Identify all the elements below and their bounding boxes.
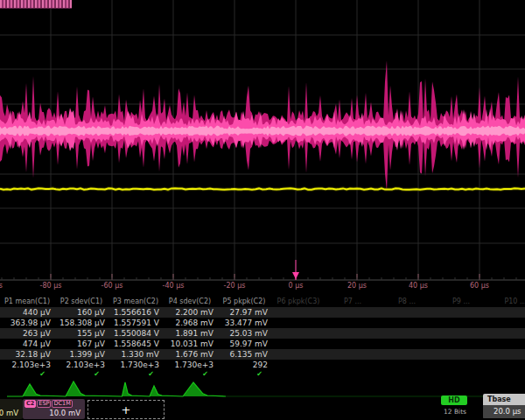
plus-icon: + <box>122 404 131 416</box>
measurement-value-cell: 1.730e+3 <box>108 360 163 370</box>
measurement-value-cell <box>326 328 380 339</box>
time-axis-tick-label: 0 µs <box>289 282 304 290</box>
measurement-value-cell: 59.97 mV <box>217 339 271 349</box>
measurement-value: 32.18 µV1.399 µV1.330 mV1.676 mV6.135 mV <box>0 349 525 360</box>
measurement-value-cell <box>488 360 525 370</box>
measurement-value: 440 µV160 µV1.556616 V2.200 mV27.97 mV <box>0 307 525 318</box>
measurement-header-cell[interactable]: P7 ... <box>326 296 380 307</box>
measurement-value-cell: 158.308 µV <box>54 318 108 328</box>
measurement-value-cell <box>271 360 326 370</box>
c1-scale-value: 10.0 mV <box>0 408 21 418</box>
measurement-value-cell <box>434 328 488 339</box>
measurement-value-cell <box>380 339 434 349</box>
measurement-value-cell <box>326 339 380 349</box>
measurement-value-cell: 1.730e+3 <box>163 360 217 370</box>
measurement-value-cell <box>434 360 488 370</box>
measurement-value-cell: 474 µV <box>0 339 54 349</box>
measurement-value-cell: 263 µV <box>0 328 54 339</box>
trace-label-badge <box>0 0 72 9</box>
measurement-status-cell: ✔ <box>54 370 108 379</box>
measurement-header-cell[interactable]: P4 sdev(C2) <box>163 296 217 307</box>
measurement-header-cell[interactable]: P1 mean(C1) <box>0 296 54 307</box>
measurement-value-cell: 2.103e+3 <box>54 360 108 370</box>
measurement-value-cell: 2.103e+3 <box>0 360 54 370</box>
measurement-status-cell <box>488 370 525 379</box>
measurement-value-cell: 155 µV <box>54 328 108 339</box>
measurement-value-cell <box>380 318 434 328</box>
measurement-value-cell <box>380 349 434 360</box>
measurement-value-cell: 6.135 mV <box>217 349 271 360</box>
measurement-value-cell: 160 µV <box>54 307 108 318</box>
channel-descriptor-c2[interactable]: C2 ESP DC1M 10.0 mV <box>23 399 85 419</box>
measurement-header-cell[interactable]: P3 mean(C2) <box>108 296 163 307</box>
measurement-value: 263 µV155 µV1.550084 V1.891 mV25.03 mV <box>0 328 525 339</box>
measurement-value-cell <box>271 307 326 318</box>
measurement-header-cell[interactable]: P2 sdev(C1) <box>54 296 108 307</box>
measurement-value-cell <box>271 339 326 349</box>
measurement-header: P1 mean(C1)P2 sdev(C1)P3 mean(C2)P4 sdev… <box>0 296 525 307</box>
measurement-value-cell <box>488 318 525 328</box>
add-trace-button[interactable]: + <box>88 400 164 419</box>
measurement-value-cell <box>380 328 434 339</box>
measurement-value-cell: 27.97 mV <box>217 307 271 318</box>
measurement-value-cell: 1.558645 V <box>108 339 163 349</box>
measurement-status-cell <box>434 370 488 379</box>
waveform-plot <box>0 0 525 292</box>
measurement-value-cell <box>380 360 434 370</box>
measurement-header-cell[interactable]: P8 ... <box>380 296 434 307</box>
measurement-status-cell <box>380 370 434 379</box>
time-axis-tick-label: -100 µs <box>0 282 3 290</box>
measurement-value-cell <box>434 339 488 349</box>
hd-mode-badge[interactable]: HD <box>441 396 467 405</box>
c2-label: C2 <box>24 400 36 408</box>
measurement-value-cell <box>326 349 380 360</box>
measurement-value-cell: 2.200 mV <box>163 307 217 318</box>
channel-descriptor-c1[interactable]: DC1M 10.0 mV <box>0 399 23 419</box>
c2-coupling-badge: DC1M <box>52 400 72 408</box>
measurement-status-cell <box>271 370 326 379</box>
measurement-header-cell[interactable]: P9 ... <box>434 296 488 307</box>
measurement-status-cell: ✔ <box>0 370 54 379</box>
hd-bits-label: 12 Bits <box>439 408 471 416</box>
measurement-value-cell <box>326 360 380 370</box>
time-axis-labels: -100 µs-80 µs-60 µs-40 µs-20 µs0 µs20 µs… <box>0 282 525 293</box>
timebase-title: Tbase <box>483 394 525 405</box>
measurement-status: ✔✔✔✔✔ <box>0 370 525 379</box>
time-axis-tick-label: -80 µs <box>40 282 62 290</box>
measurement-value-cell: 363.98 µV <box>0 318 54 328</box>
measurement-status-cell: ✔ <box>217 370 271 379</box>
measurement-value-cell <box>488 328 525 339</box>
measurement-value-cell: 1.557591 V <box>108 318 163 328</box>
time-axis-tick-label: -60 µs <box>102 282 123 290</box>
measurement-value-cell: 1.556616 V <box>108 307 163 318</box>
time-axis-tick-label: -20 µs <box>224 282 246 290</box>
measurement-value-cell: 292 <box>217 360 271 370</box>
measurement-value-cell <box>271 328 326 339</box>
measurement-value-cell: 1.399 µV <box>54 349 108 360</box>
measurement-value-cell <box>434 307 488 318</box>
c2-scale-value: 10.0 mV <box>24 408 83 418</box>
measurement-value-cell <box>434 349 488 360</box>
measurement-value-cell <box>380 307 434 318</box>
measurement-table: P1 mean(C1)P2 sdev(C1)P3 mean(C2)P4 sdev… <box>0 296 525 379</box>
measurement-header-cell[interactable]: P5 pkpk(C2) <box>217 296 271 307</box>
timebase-descriptor[interactable]: Tbase 20.0 µs <box>483 394 525 419</box>
time-axis-tick-label: -40 µs <box>163 282 185 290</box>
c2-esp-badge: ESP <box>37 400 51 408</box>
measurement-value-cell <box>326 318 380 328</box>
measurement-header-cell[interactable]: P10 ... <box>488 296 525 307</box>
measurement-value-cell: 32.18 µV <box>0 349 54 360</box>
measurement-value-cell: 1.891 mV <box>163 328 217 339</box>
measurement-value: 363.98 µV158.308 µV1.557591 V2.968 mV33.… <box>0 318 525 328</box>
measurement-value: 2.103e+32.103e+31.730e+31.730e+3292 <box>0 360 525 370</box>
measurement-value-cell: 10.031 mV <box>163 339 217 349</box>
measurement-status-cell <box>326 370 380 379</box>
measurement-value: 474 µV167 µV1.558645 V10.031 mV59.97 mV <box>0 339 525 349</box>
measurement-value-cell: 167 µV <box>54 339 108 349</box>
trigger-position-marker[interactable] <box>292 260 299 280</box>
timebase-value: 20.0 µs <box>483 405 525 418</box>
measurement-value-cell <box>326 307 380 318</box>
measurement-header-cell[interactable]: P6 pkpk(C3) <box>271 296 326 307</box>
time-axis-tick-label: 20 µs <box>347 282 367 290</box>
measurement-value-cell: 33.477 mV <box>217 318 271 328</box>
